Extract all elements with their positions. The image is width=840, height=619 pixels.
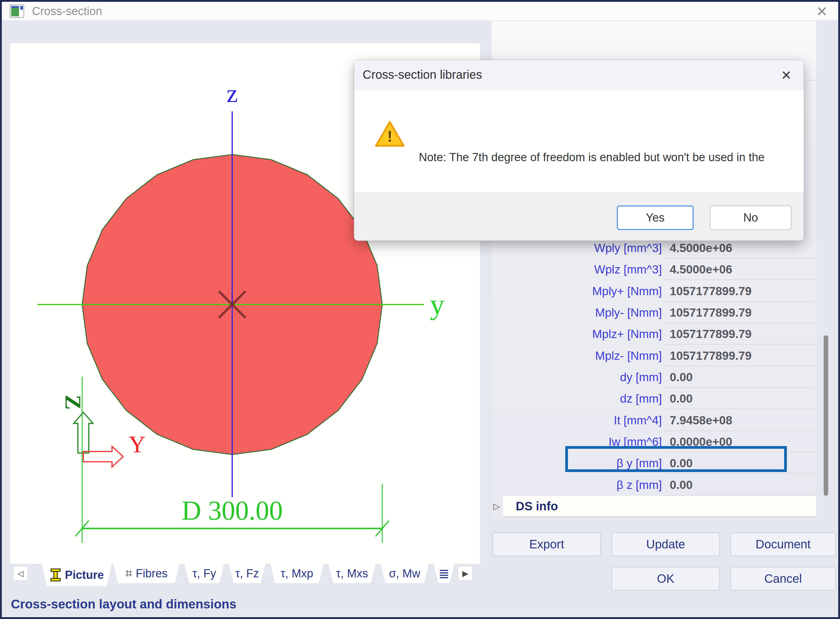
property-value: 1057177899.79 [670, 306, 752, 319]
property-row-mplz-plus[interactable]: Mplz+ [Nmm] 1057177899.79 [491, 323, 816, 345]
tab-tau-fz[interactable]: τ, Fz [229, 564, 265, 583]
cross-section-window: Cross-section ✕ z y D 300.00 [0, 0, 840, 619]
tab-label: τ, Mxs [336, 567, 368, 580]
property-row-beta-z[interactable]: β z [mm] 0.00 [491, 474, 816, 496]
cancel-button[interactable]: Cancel [731, 567, 836, 591]
tab-document-view[interactable]: ≣ [434, 564, 454, 583]
lcs-y-label: Y [129, 431, 145, 457]
group-label: DS info [516, 499, 558, 513]
dialog-header: Cross-section libraries ✕ [354, 60, 804, 90]
property-value: 4.5000e+06 [670, 241, 732, 255]
row-separator [664, 344, 816, 345]
yes-button[interactable]: Yes [617, 206, 693, 230]
dialog-close-icon[interactable]: ✕ [777, 66, 795, 84]
property-label: Mplz- [Nmm] [491, 349, 662, 362]
property-label: Mplz+ [Nmm] [491, 327, 662, 341]
property-value: 0.00 [670, 392, 693, 405]
tab-label: σ, Mw [389, 567, 420, 580]
export-button[interactable]: Export [493, 532, 601, 556]
document-tab-icon: ≣ [439, 566, 449, 581]
row-separator [664, 473, 816, 474]
warning-icon: ! [374, 120, 406, 148]
property-value: 0.00 [670, 371, 693, 384]
property-row-dy[interactable]: dy [mm] 0.00 [491, 366, 816, 388]
dimension-label: D 300.00 [182, 496, 283, 525]
row-separator [664, 495, 816, 496]
property-label: β z [mm] [491, 478, 662, 492]
tab-label: Picture [65, 568, 104, 582]
tab-label: τ, Fy [192, 567, 216, 580]
property-value: 0.00 [670, 478, 693, 492]
document-button[interactable]: Document [731, 532, 836, 556]
property-label: It [mm^4] [491, 414, 662, 427]
property-value: 1057177899.79 [670, 327, 752, 341]
status-text: Cross-section layout and dimensions [11, 597, 237, 612]
tab-label: τ, Mxp [281, 567, 313, 580]
dialog-footer: Yes No [354, 192, 804, 241]
fibres-icon: ⌗ [125, 567, 132, 580]
dialog-title: Cross-section libraries [362, 68, 482, 81]
svg-text:!: ! [388, 128, 392, 145]
property-row-mply-minus[interactable]: Mply- [Nmm] 1057177899.79 [491, 302, 816, 323]
row-separator [664, 409, 816, 409]
window-title: Cross-section [32, 5, 102, 18]
tab-picture[interactable]: Picture [42, 564, 112, 586]
no-button[interactable]: No [710, 206, 791, 230]
property-label: dz [mm] [491, 392, 662, 405]
window-close-icon[interactable]: ✕ [813, 3, 830, 20]
row-separator [664, 280, 816, 280]
property-label: dy [mm] [491, 371, 662, 384]
dialog-message-line: Note: The 7th degree of freedom is enabl… [419, 150, 765, 165]
tab-tau-mxs[interactable]: τ, Mxs [328, 564, 376, 583]
property-label: Wplz [mm^3] [491, 263, 662, 276]
tab-scroll-right-button[interactable]: ▶ [458, 566, 473, 581]
property-row-mplz-minus[interactable]: Mplz- [Nmm] 1057177899.79 [491, 345, 816, 366]
tab-tau-fy[interactable]: τ, Fy [184, 564, 224, 583]
lcs-z-arrow-icon [74, 412, 93, 453]
dialog-body: ! Note: The 7th degree of freedom is ena… [354, 90, 804, 193]
cross-section-libraries-dialog: Cross-section libraries ✕ ! Note: The 7t… [354, 60, 804, 241]
property-row-dz[interactable]: dz [mm] 0.00 [491, 388, 816, 409]
property-row-mply-plus[interactable]: Mply+ [Nmm] 1057177899.79 [491, 280, 816, 302]
tab-scroll-left-button[interactable]: ◁ [13, 566, 28, 581]
property-label: Mply- [Nmm] [491, 306, 662, 319]
expander-icon[interactable]: ▷ [493, 501, 500, 511]
property-row-wplz[interactable]: Wplz [mm^3] 4.5000e+06 [491, 259, 816, 280]
y-axis-label: y [430, 288, 445, 320]
tab-label: τ, Fz [235, 567, 259, 580]
picture-tab-strip: ◁ Picture ⌗ Fibres τ, Fy τ, Fz τ, Mxp [10, 564, 480, 588]
update-button[interactable]: Update [611, 532, 720, 556]
ok-button[interactable]: OK [611, 567, 720, 591]
lcs-z-label: Z [61, 395, 85, 410]
tab-label: Fibres [136, 567, 168, 580]
property-label: Mply+ [Nmm] [491, 285, 662, 298]
i-beam-icon [50, 568, 61, 582]
property-value: 7.9458e+08 [670, 414, 732, 427]
app-icon [10, 4, 24, 18]
property-value: 1057177899.79 [670, 285, 752, 298]
tab-sigma-mw[interactable]: σ, Mw [380, 564, 429, 583]
ds-info-group-row[interactable]: ▷ DS info [503, 496, 816, 517]
tab-tau-mxp[interactable]: τ, Mxp [270, 564, 324, 583]
property-value: 1057177899.79 [670, 349, 752, 362]
iw-highlight-box [565, 446, 787, 472]
z-axis-label: z [226, 79, 238, 108]
property-row-it[interactable]: It [mm^4] 7.9458e+08 [491, 410, 816, 431]
scrollbar-thumb[interactable] [824, 335, 828, 496]
property-label: Wply [mm^3] [491, 241, 662, 255]
tab-fibres[interactable]: ⌗ Fibres [113, 564, 180, 583]
title-bar: Cross-section ✕ [2, 2, 838, 21]
property-value: 4.5000e+06 [670, 263, 732, 276]
